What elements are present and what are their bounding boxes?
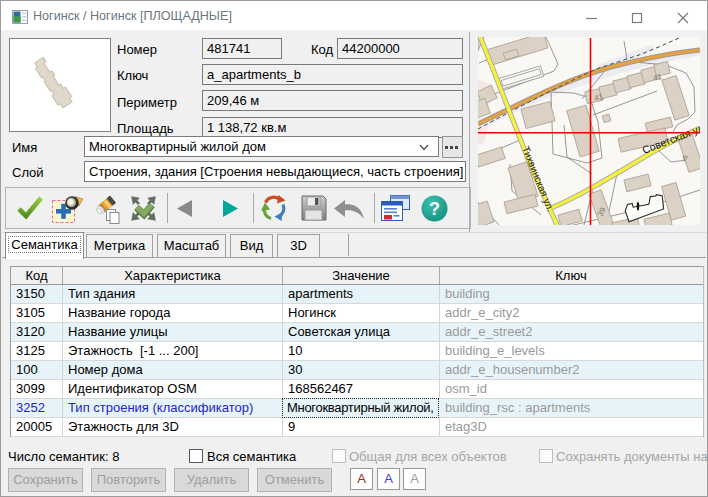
svg-text:?: ? [429, 199, 440, 219]
